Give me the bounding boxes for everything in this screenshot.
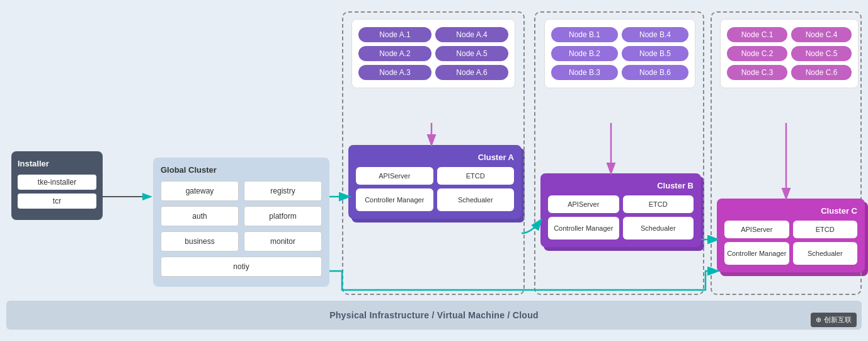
node-b6: Node B.6 <box>622 65 688 80</box>
node-b4: Node B.4 <box>622 27 688 42</box>
watermark: ⊕ 创新互联 <box>811 313 857 327</box>
infra-bar: Physical Infrastructure / Virtual Machin… <box>6 301 862 330</box>
node-a6: Node A.6 <box>435 65 508 80</box>
cluster-c-cp-grid: APIServer ETCD Controller Manager Schedu… <box>724 221 857 265</box>
cluster-c-apiserver: APIServer <box>724 221 789 238</box>
cluster-c-controller-manager: Controller Manager <box>724 242 789 265</box>
cluster-b-box: Cluster B APIServer ETCD Controller Mana… <box>540 173 701 247</box>
installer-box: Installer tke-installer tcr <box>11 151 103 220</box>
nodes-box-a: Node A.1 Node A.4 Node A.2 Node A.5 Node… <box>351 19 515 88</box>
node-b2: Node B.2 <box>551 46 618 61</box>
nodes-grid-b: Node B.1 Node B.4 Node B.2 Node B.5 Node… <box>551 27 688 80</box>
diagram: Physical Infrastructure / Virtual Machin… <box>0 0 868 341</box>
node-c3: Node C.3 <box>727 65 787 80</box>
node-b5: Node B.5 <box>622 46 688 61</box>
global-cluster: Global Cluster gateway registry auth pla… <box>153 158 329 287</box>
node-a1: Node A.1 <box>358 27 431 42</box>
cluster-b-scheduler: Schedualer <box>623 217 694 240</box>
cluster-a-etcd: ETCD <box>437 167 515 185</box>
cluster-b-label: Cluster B <box>548 181 694 190</box>
watermark-icon: ⊕ <box>816 316 821 324</box>
nodes-grid-a: Node A.1 Node A.4 Node A.2 Node A.5 Node… <box>358 27 508 80</box>
global-cluster-title: Global Cluster <box>161 165 322 175</box>
cluster-b-apiserver: APIServer <box>548 195 619 213</box>
node-c6: Node C.6 <box>791 65 852 80</box>
installer-title: Installer <box>18 159 96 168</box>
cluster-a-label: Cluster A <box>356 153 514 162</box>
cluster-b-cp-grid: APIServer ETCD Controller Manager Schedu… <box>548 195 694 240</box>
node-c5: Node C.5 <box>791 46 852 61</box>
nodes-box-c: Node C.1 Node C.4 Node C.2 Node C.5 Node… <box>720 19 859 88</box>
gc-item-gateway: gateway <box>161 181 239 201</box>
cluster-a-controller-manager: Controller Manager <box>356 188 433 211</box>
cluster-c-label: Cluster C <box>724 206 857 216</box>
gc-item-monitor: monitor <box>244 231 322 251</box>
nodes-box-b: Node B.1 Node B.4 Node B.2 Node B.5 Node… <box>544 19 695 88</box>
node-c1: Node C.1 <box>727 27 787 42</box>
cluster-c-box: Cluster C APIServer ETCD Controller Mana… <box>717 199 865 272</box>
cluster-a-box: Cluster A APIServer ETCD Controller Mana… <box>348 145 522 219</box>
gc-item-notiy: notiy <box>161 257 322 277</box>
cluster-a-cp-grid: APIServer ETCD Controller Manager Schedu… <box>356 167 514 211</box>
infra-label: Physical Infrastructure / Virtual Machin… <box>329 310 539 320</box>
node-c2: Node C.2 <box>727 46 787 61</box>
nodes-grid-c: Node C.1 Node C.4 Node C.2 Node C.5 Node… <box>727 27 852 80</box>
node-a3: Node A.3 <box>358 65 431 80</box>
node-a2: Node A.2 <box>358 46 431 61</box>
node-c4: Node C.4 <box>791 27 852 42</box>
gc-item-auth: auth <box>161 206 239 226</box>
node-b1: Node B.1 <box>551 27 618 42</box>
installer-item-tcr: tcr <box>18 194 96 209</box>
gc-item-business: business <box>161 231 239 251</box>
cluster-c-etcd: ETCD <box>793 221 858 238</box>
cluster-c-scheduler: Schedualer <box>793 242 858 265</box>
gc-grid: gateway registry auth platform business … <box>161 181 322 277</box>
installer-item-tke: tke-installer <box>18 175 96 190</box>
gc-item-registry: registry <box>244 181 322 201</box>
cluster-a-apiserver: APIServer <box>356 167 433 185</box>
node-a4: Node A.4 <box>435 27 508 42</box>
gc-item-platform: platform <box>244 206 322 226</box>
cluster-b-etcd: ETCD <box>623 195 694 213</box>
watermark-text: 创新互联 <box>824 315 852 325</box>
node-b3: Node B.3 <box>551 65 618 80</box>
cluster-b-controller-manager: Controller Manager <box>548 217 619 240</box>
node-a5: Node A.5 <box>435 46 508 61</box>
cluster-a-scheduler: Schedualer <box>437 188 515 211</box>
